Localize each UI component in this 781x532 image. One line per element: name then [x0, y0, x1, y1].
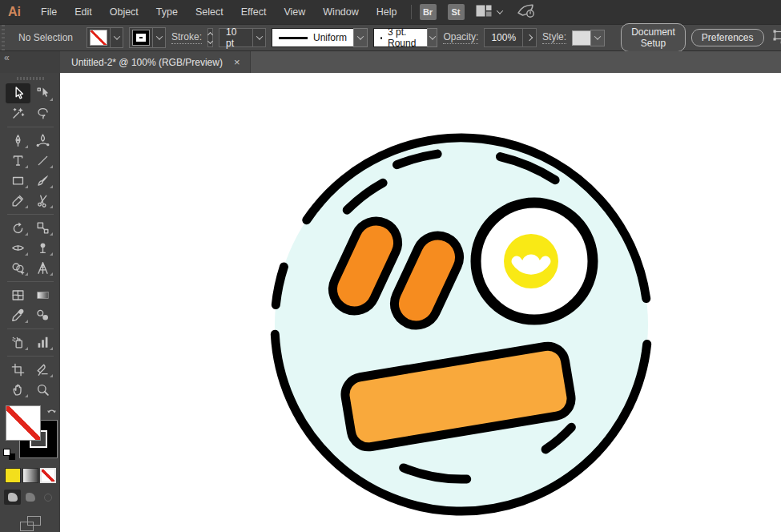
brush-dot-icon — [380, 37, 382, 39]
draw-inside-button[interactable] — [39, 490, 56, 505]
chevron-down-icon — [429, 33, 436, 39]
draw-behind-button[interactable] — [22, 490, 38, 505]
direct-selection-tool[interactable] — [30, 83, 55, 103]
rectangle-tool[interactable] — [6, 171, 30, 191]
lasso-tool[interactable] — [30, 103, 55, 123]
stroke-weight-dropdown[interactable] — [252, 29, 265, 46]
default-fill-stroke-icon[interactable] — [3, 449, 15, 460]
style-dropdown[interactable] — [590, 30, 605, 46]
tools-panel — [0, 73, 60, 532]
paintbrush-tool[interactable] — [30, 171, 55, 191]
stroke-dropdown[interactable] — [152, 28, 165, 47]
canvas[interactable] — [60, 73, 781, 532]
stroke-weight-value[interactable]: 10 pt — [219, 26, 252, 49]
curvature-tool[interactable] — [30, 131, 55, 151]
color-button[interactable] — [5, 468, 21, 483]
variable-width-profile-select[interactable]: Uniform — [272, 28, 354, 47]
workspace-switcher[interactable] — [476, 5, 502, 19]
draw-normal-button[interactable] — [4, 490, 21, 505]
panel-grip[interactable] — [0, 25, 6, 50]
color-mode-buttons — [5, 468, 56, 483]
pen-tool[interactable] — [6, 131, 30, 151]
fill-none-swatch-icon[interactable] — [90, 30, 107, 46]
toolbar-grip[interactable] — [17, 77, 44, 80]
gpu-performance-button[interactable] — [517, 3, 536, 21]
style-swatch[interactable] — [572, 30, 591, 46]
menu-select[interactable]: Select — [187, 6, 232, 18]
menu-help[interactable]: Help — [368, 6, 406, 18]
fried-egg[interactable] — [476, 203, 593, 320]
rotate-tool[interactable] — [6, 218, 30, 238]
main-area — [0, 73, 781, 532]
chevron-down-icon — [256, 33, 262, 39]
menu-edit[interactable]: Edit — [66, 6, 101, 18]
stroke-weight-stepper[interactable] — [207, 28, 213, 47]
style-label[interactable]: Style: — [542, 31, 566, 44]
line-segment-tool[interactable] — [30, 151, 55, 171]
menu-items: FileEditObjectTypeSelectEffectViewWindow… — [32, 0, 406, 24]
gradient-tool[interactable] — [30, 285, 55, 305]
shape-builder-tool[interactable] — [6, 258, 30, 278]
stroke-weight-field[interactable]: 10 pt — [219, 28, 266, 47]
column-graph-tool[interactable] — [30, 332, 55, 353]
menu-window[interactable]: Window — [314, 6, 367, 18]
chevron-down-icon — [113, 33, 119, 39]
opacity-label[interactable]: Opacity: — [443, 31, 478, 44]
bridge-button[interactable]: Br — [420, 4, 437, 20]
screen-mode-icon[interactable] — [20, 516, 41, 531]
preferences-button[interactable]: Preferences — [691, 29, 764, 46]
chevron-down-icon — [594, 33, 601, 39]
stepper-down-icon[interactable] — [207, 38, 213, 43]
type-tool[interactable] — [6, 151, 30, 171]
profile-dropdown[interactable] — [353, 28, 368, 47]
tool-grid — [6, 83, 55, 400]
opacity-value[interactable]: 100% — [485, 32, 522, 43]
stroke-black-swatch-icon[interactable] — [132, 30, 150, 46]
artboard-tool[interactable] — [6, 360, 30, 380]
brush-dropdown[interactable] — [427, 28, 437, 47]
scissors-tool[interactable] — [30, 191, 55, 211]
brush-value: 3 pt. Round — [388, 26, 421, 49]
tab-close-icon[interactable]: × — [234, 57, 240, 67]
brush-definition-select[interactable]: 3 pt. Round — [373, 28, 428, 47]
fill-color-control[interactable] — [87, 27, 123, 48]
zoom-tool[interactable] — [30, 380, 55, 400]
blend-tool[interactable] — [30, 305, 55, 325]
toolbar-collapse-button[interactable]: « — [0, 51, 60, 73]
shaper-tool[interactable] — [6, 191, 30, 211]
scale-tool[interactable] — [30, 218, 55, 238]
menu-file[interactable]: File — [32, 6, 66, 18]
gradient-button[interactable] — [22, 468, 38, 483]
chevron-down-icon — [496, 7, 502, 14]
puppet-warp-tool[interactable] — [30, 238, 55, 258]
fill-dropdown[interactable] — [110, 28, 123, 47]
swap-fill-stroke-icon[interactable] — [46, 406, 57, 421]
none-button[interactable] — [40, 468, 56, 483]
symbol-sprayer-tool[interactable] — [6, 332, 30, 353]
selection-status: No Selection — [12, 32, 81, 43]
menu-view[interactable]: View — [275, 6, 314, 18]
profile-value: Uniform — [313, 32, 347, 43]
stroke-color-control[interactable] — [129, 27, 166, 48]
menu-effect[interactable]: Effect — [232, 6, 276, 18]
menu-type[interactable]: Type — [147, 6, 187, 18]
perspective-grid-tool[interactable] — [30, 258, 55, 278]
menu-object[interactable]: Object — [101, 6, 147, 18]
slice-tool[interactable] — [30, 360, 55, 380]
opacity-field[interactable]: 100% — [484, 28, 537, 47]
stepper-up-icon[interactable] — [207, 31, 213, 37]
magic-wand-tool[interactable] — [6, 103, 30, 123]
draw-inside-icon — [44, 494, 52, 502]
fill-color-proxy[interactable] — [6, 405, 41, 441]
hand-tool[interactable] — [6, 380, 30, 400]
stroke-label[interactable]: Stroke: — [171, 31, 202, 44]
eyedropper-tool[interactable] — [6, 305, 30, 325]
document-setup-button[interactable]: Document Setup — [621, 23, 686, 52]
stock-button[interactable]: St — [448, 4, 465, 20]
select-similar-control[interactable] — [773, 30, 781, 46]
opacity-expand[interactable] — [522, 29, 536, 46]
selection-tool[interactable] — [6, 83, 30, 103]
document-tab[interactable]: Untitled-2* @ 100% (RGB/Preview) × — [60, 51, 251, 73]
width-tool[interactable] — [6, 238, 30, 258]
mesh-tool[interactable] — [6, 285, 30, 305]
